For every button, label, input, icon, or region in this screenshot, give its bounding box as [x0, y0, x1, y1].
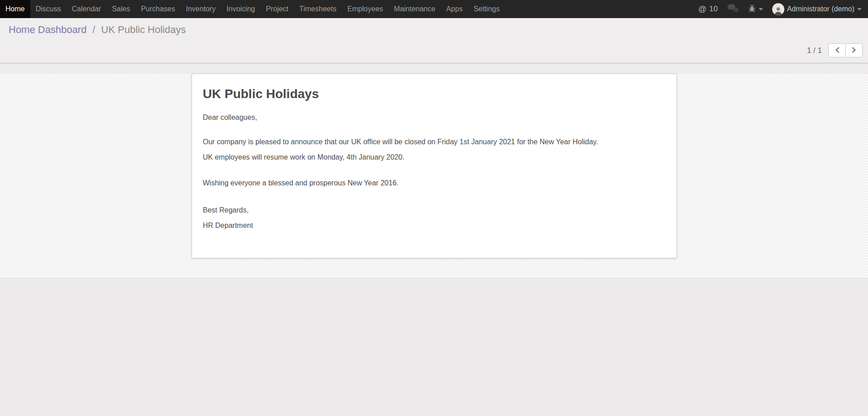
- chevron-down-icon: [857, 8, 862, 10]
- nav-item-discuss[interactable]: Discuss: [30, 0, 66, 18]
- nav-item-purchases[interactable]: Purchases: [136, 0, 181, 18]
- nav-item-employees[interactable]: Employees: [342, 0, 388, 18]
- mention-count: 10: [709, 5, 718, 14]
- chat-bubbles-icon: [727, 4, 739, 15]
- bug-icon: [748, 4, 756, 14]
- document-title: UK Public Holidays: [203, 87, 665, 101]
- pager-previous-button[interactable]: [828, 43, 845, 57]
- nav-item-sales[interactable]: Sales: [107, 0, 136, 18]
- top-navbar: Home Discuss Calendar Sales Purchases In…: [0, 0, 868, 18]
- document-paragraph: UK employees will resume work on Monday,…: [203, 153, 665, 162]
- pager-buttons: [828, 43, 863, 57]
- user-menu[interactable]: Administrator (demo): [772, 3, 862, 15]
- at-mention-icon: @: [698, 5, 706, 14]
- systray: @ 10: [698, 0, 868, 18]
- breadcrumb-home-dashboard[interactable]: Home Dashboard: [9, 24, 86, 35]
- debug-menu-button[interactable]: [748, 4, 763, 14]
- avatar: [772, 3, 784, 15]
- pager-next-button[interactable]: [845, 43, 863, 57]
- control-panel: Home Dashboard / UK Public Holidays 1 / …: [0, 18, 868, 63]
- nav-item-home[interactable]: Home: [0, 0, 30, 18]
- pager: 1 / 1: [807, 43, 863, 57]
- page-background: [0, 279, 868, 416]
- chevron-right-icon: [851, 47, 857, 55]
- breadcrumb: Home Dashboard / UK Public Holidays: [0, 18, 868, 36]
- navbar-spacer: [505, 0, 698, 18]
- pager-value: 1 / 1: [807, 46, 822, 55]
- nav-item-calendar[interactable]: Calendar: [66, 0, 107, 18]
- document-paragraph: HR Department: [203, 221, 665, 230]
- nav-item-timesheets[interactable]: Timesheets: [294, 0, 342, 18]
- user-name-label: Administrator (demo): [787, 5, 854, 13]
- nav-item-settings[interactable]: Settings: [468, 0, 505, 18]
- document-card: UK Public Holidays Dear colleagues, Our …: [192, 74, 677, 258]
- chevron-down-icon: [759, 8, 763, 10]
- mentions-counter[interactable]: @ 10: [698, 5, 717, 14]
- nav-item-invoicing[interactable]: Invoicing: [221, 0, 260, 18]
- nav-item-project[interactable]: Project: [260, 0, 294, 18]
- document-paragraph: Dear colleagues,: [203, 113, 665, 122]
- document-paragraph: Our company is pleased to announce that …: [203, 137, 665, 147]
- messages-button[interactable]: [727, 4, 739, 15]
- chevron-left-icon: [835, 47, 840, 55]
- breadcrumb-current: UK Public Holidays: [101, 24, 186, 35]
- nav-item-inventory[interactable]: Inventory: [180, 0, 221, 18]
- content-area: UK Public Holidays Dear colleagues, Our …: [0, 74, 868, 279]
- breadcrumb-separator: /: [90, 24, 99, 35]
- nav-item-maintenance[interactable]: Maintenance: [388, 0, 441, 18]
- document-paragraph: Wishing everyone a blessed and prosperou…: [203, 179, 665, 188]
- document-paragraph: Best Regards,: [203, 206, 665, 215]
- nav-item-apps[interactable]: Apps: [441, 0, 468, 18]
